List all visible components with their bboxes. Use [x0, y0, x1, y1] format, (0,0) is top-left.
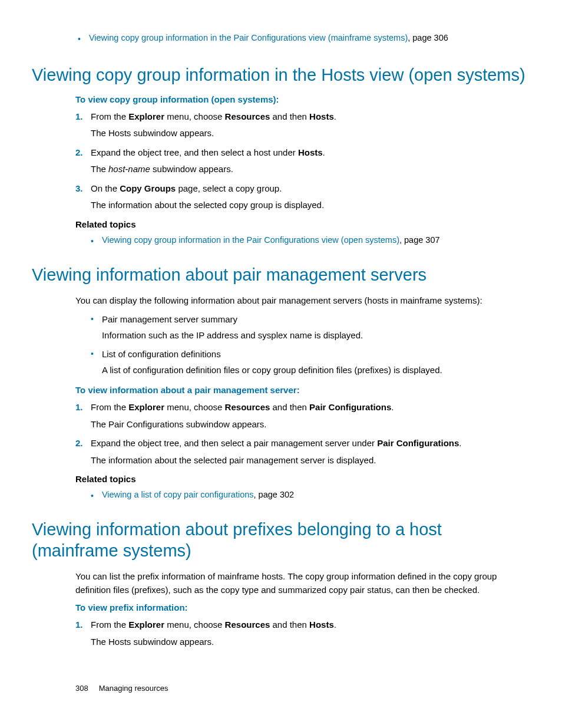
- t: .: [459, 438, 461, 448]
- bullet-dot-icon: •: [91, 235, 94, 247]
- step-item: 2. Expand the object tree, and then sele…: [75, 437, 527, 467]
- t: Explorer: [128, 111, 164, 121]
- step-sub: The Pair Configurations subwindow appear…: [91, 418, 527, 431]
- step-body: On the Copy Groups page, select a copy g…: [91, 182, 527, 212]
- section3-body: You can list the prefix information of m…: [32, 570, 527, 648]
- bullet-item: • Pair management server summary Informa…: [75, 313, 527, 342]
- step-number: 1.: [75, 618, 91, 648]
- t: Resources: [225, 620, 270, 630]
- bullet-body: List of configuration definitions A list…: [102, 348, 527, 377]
- t: page, select a copy group.: [176, 183, 282, 193]
- section2-intro: You can display the following informatio…: [75, 294, 527, 308]
- t: Hosts: [309, 620, 334, 630]
- step-number: 1.: [75, 110, 91, 140]
- bullet-item: • List of configuration definitions A li…: [75, 348, 527, 377]
- section1-proc-title: To view copy group information (open sys…: [75, 94, 527, 104]
- related-suffix: , page 302: [254, 490, 295, 499]
- t: Pair Configurations: [309, 402, 391, 412]
- section2-proc-title: To view information about a pair managem…: [75, 385, 527, 395]
- step-body: From the Explorer menu, choose Resources…: [91, 401, 527, 431]
- t: .: [323, 147, 325, 157]
- page-footer: 308Managing resources: [32, 684, 527, 693]
- step-sub: The information about the selected copy …: [91, 199, 527, 212]
- step-number: 2.: [75, 437, 91, 467]
- footer-page-number: 308: [75, 684, 88, 693]
- section1-related-heading: Related topics: [75, 219, 527, 229]
- bullet-dot-icon: •: [91, 348, 94, 377]
- t: Expand the object tree, and then select …: [91, 147, 298, 157]
- related-item: • Viewing copy group information in the …: [75, 235, 527, 247]
- top-related-text: Viewing copy group information in the Pa…: [89, 33, 448, 42]
- t: and then: [270, 111, 309, 121]
- t: The: [91, 164, 108, 174]
- related-text: Viewing a list of copy pair configuratio…: [102, 490, 294, 502]
- t: .: [334, 111, 336, 121]
- step-sub: The Hosts subwindow appears.: [91, 127, 527, 140]
- related-link[interactable]: Viewing a list of copy pair configuratio…: [102, 490, 254, 499]
- footer-title: Managing resources: [99, 684, 168, 693]
- t: Resources: [225, 111, 270, 121]
- step-number: 1.: [75, 401, 91, 431]
- related-link[interactable]: Viewing copy group information in the Pa…: [102, 235, 399, 245]
- step-item: 1. From the Explorer menu, choose Resour…: [75, 618, 527, 648]
- t: Copy Groups: [120, 183, 176, 193]
- section1-heading: Viewing copy group information in the Ho…: [32, 65, 527, 86]
- t: .: [334, 620, 336, 630]
- section2-bullets: • Pair management server summary Informa…: [75, 313, 527, 377]
- t: and then: [270, 402, 309, 412]
- t: Explorer: [128, 402, 164, 412]
- section2-steps: 1. From the Explorer menu, choose Resour…: [75, 401, 527, 467]
- step-body: From the Explorer menu, choose Resources…: [91, 110, 527, 140]
- step-item: 3. On the Copy Groups page, select a cop…: [75, 182, 527, 212]
- top-related-suffix: , page 306: [408, 33, 448, 42]
- t: Resources: [225, 402, 270, 412]
- step-sub: The information about the selected pair …: [91, 454, 527, 467]
- section3-intro: You can list the prefix information of m…: [75, 570, 527, 597]
- section2-body: You can display the following informatio…: [32, 294, 527, 502]
- bullet-title: List of configuration definitions: [102, 349, 221, 359]
- t: Pair Configurations: [377, 438, 459, 448]
- t: From the: [91, 111, 128, 121]
- step-number: 3.: [75, 182, 91, 212]
- section1-steps: 1. From the Explorer menu, choose Resour…: [75, 110, 527, 212]
- section2-heading: Viewing information about pair managemen…: [32, 265, 527, 286]
- step-body: Expand the object tree, and then select …: [91, 437, 527, 467]
- bullet-body: Pair management server summary Informati…: [102, 313, 527, 342]
- t: Hosts: [298, 147, 323, 157]
- section2-related-list: • Viewing a list of copy pair configurat…: [75, 490, 527, 502]
- t: menu, choose: [164, 111, 225, 121]
- t: .: [391, 402, 394, 412]
- section1-related-list: • Viewing copy group information in the …: [75, 235, 527, 247]
- step-body: From the Explorer menu, choose Resources…: [91, 618, 527, 648]
- step-item: 2. Expand the object tree, and then sele…: [75, 146, 527, 176]
- step-item: 1. From the Explorer menu, choose Resour…: [75, 401, 527, 431]
- t: From the: [91, 620, 128, 630]
- bullet-desc: A list of configuration definition files…: [102, 364, 527, 377]
- t: subwindow appears.: [150, 164, 233, 174]
- step-sub: The host-name subwindow appears.: [91, 163, 527, 176]
- section3-heading: Viewing information about prefixes belon…: [32, 519, 527, 562]
- bullet-title: Pair management server summary: [102, 314, 237, 324]
- related-suffix: , page 307: [399, 235, 440, 245]
- section3-proc-title: To view prefix information:: [75, 602, 527, 612]
- t: Explorer: [128, 620, 164, 630]
- t: Expand the object tree, and then select …: [91, 438, 377, 448]
- step-item: 1. From the Explorer menu, choose Resour…: [75, 110, 527, 140]
- t: menu, choose: [164, 620, 225, 630]
- section3-steps: 1. From the Explorer menu, choose Resour…: [75, 618, 527, 648]
- t: and then: [270, 620, 309, 630]
- step-body: Expand the object tree, and then select …: [91, 146, 527, 176]
- bullet-dot-icon: •: [78, 33, 81, 45]
- t: From the: [91, 402, 128, 412]
- related-text: Viewing copy group information in the Pa…: [102, 235, 440, 247]
- section1-body: To view copy group information (open sys…: [32, 94, 527, 247]
- step-sub: The Hosts subwindow appears.: [91, 635, 527, 649]
- bullet-dot-icon: •: [91, 490, 94, 502]
- step-number: 2.: [75, 146, 91, 176]
- bullet-dot-icon: •: [91, 313, 94, 342]
- page-content: • Viewing copy group information in the …: [0, 0, 562, 716]
- top-related-link[interactable]: Viewing copy group information in the Pa…: [89, 33, 408, 42]
- t: On the: [91, 183, 120, 193]
- related-item: • Viewing a list of copy pair configurat…: [75, 490, 527, 502]
- t: Hosts: [309, 111, 334, 121]
